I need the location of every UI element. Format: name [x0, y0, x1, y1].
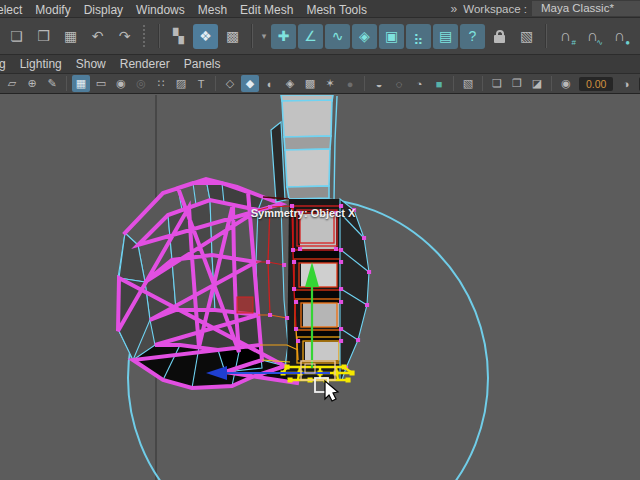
diamond-tool-button[interactable]: ◈	[352, 24, 377, 49]
undo-icon: ↶	[92, 28, 104, 44]
curve-tool-button[interactable]: ∿	[325, 24, 350, 49]
symmetry-overlay-label: Symmetry: Object X	[233, 207, 373, 219]
film-gate-icon: ▭	[96, 77, 106, 90]
lock-button[interactable]	[487, 24, 512, 49]
plus-tool-button[interactable]: ✚	[271, 24, 296, 49]
menu-display[interactable]: Display	[84, 3, 123, 17]
menu-mesh[interactable]: Mesh	[198, 3, 227, 17]
wireframe-on-shaded-button[interactable]: ◈	[281, 75, 299, 92]
wireframe-mode-button[interactable]: ◇	[221, 75, 239, 92]
panelmenu-renderer[interactable]: Renderer	[120, 57, 170, 71]
new-scene-icon: ❏	[10, 28, 23, 44]
xray-icon: ❏	[492, 77, 502, 90]
lock-icon	[496, 30, 504, 35]
xray-button[interactable]: ❏	[488, 75, 506, 92]
panelmenu-panels[interactable]: Panels	[184, 57, 221, 71]
panel-toggle-button[interactable]: ■	[430, 75, 448, 92]
redo-button[interactable]: ↷	[112, 24, 137, 49]
viewport-canvas[interactable]	[0, 95, 640, 480]
frame-tool-button[interactable]: ▣	[379, 24, 404, 49]
isolate-view-button[interactable]: ▧	[459, 75, 477, 92]
ambient-occlusion-button[interactable]: ◒	[370, 75, 388, 92]
panelmenu-lighting[interactable]: Lighting	[20, 57, 62, 71]
chevron-down-icon: ▾	[262, 31, 267, 41]
pan-zoom-icon: ⊕	[27, 77, 36, 90]
undo-button[interactable]: ↶	[85, 24, 110, 49]
snap-curve-button[interactable]: ∩∿	[580, 24, 605, 49]
save-scene-icon: ▦	[64, 28, 77, 44]
help-button[interactable]: ?	[460, 24, 485, 49]
separator	[66, 76, 67, 91]
grid-toggle-button[interactable]: ▦	[72, 75, 90, 92]
menu-modify[interactable]: Modify	[35, 3, 70, 17]
motion-blur-button[interactable]: ◌	[390, 75, 408, 92]
field-chart-button[interactable]: ∷	[152, 75, 170, 92]
mask-dropdown[interactable]: ▾	[259, 24, 269, 49]
panelmenu-show[interactable]: Show	[76, 57, 106, 71]
isolate-select-button[interactable]: ▧	[514, 24, 539, 49]
exposure-button[interactable]: ◉	[557, 75, 575, 92]
plane-select-icon: ◪	[532, 77, 542, 90]
workspace-dropdown[interactable]: Maya Classic*	[532, 1, 640, 16]
separator	[453, 76, 454, 91]
safe-title-button[interactable]: T	[192, 75, 210, 92]
gate-mask-icon: ◎	[136, 77, 146, 90]
image-plane-button[interactable]: ▨	[172, 75, 190, 92]
snap-center-button[interactable]: ∩°	[634, 24, 640, 49]
select-camera-button[interactable]: ▱	[3, 75, 21, 92]
chevron-right-icon[interactable]: »	[451, 2, 458, 16]
lights-button[interactable]: ✶	[321, 75, 339, 92]
contrast-button[interactable]: ◑	[617, 75, 635, 92]
separator	[482, 76, 483, 91]
clapper-tool-icon: ▤	[439, 28, 452, 44]
shadows-button[interactable]: ●	[341, 75, 359, 92]
menu-windows[interactable]: Windows	[136, 3, 185, 17]
light-bulb-icon: ✶	[325, 77, 334, 90]
thumb-column-mesh	[271, 95, 337, 202]
bookmark-button[interactable]: ✎	[43, 75, 61, 92]
snap-grid-button[interactable]: ∩#	[553, 24, 578, 49]
open-scene-button[interactable]: ❒	[31, 24, 56, 49]
default-material-button[interactable]: ▩	[301, 75, 319, 92]
curve-tool-icon: ∿	[332, 28, 344, 44]
menu-select[interactable]: elect	[0, 3, 22, 17]
depth-of-field-icon: ◔	[416, 78, 423, 90]
snap-point-button[interactable]: ∩●	[607, 24, 632, 49]
grid-icon: ▦	[76, 77, 86, 90]
select-component-button[interactable]: ▩	[220, 24, 245, 49]
clapper-tool-button[interactable]: ▤	[433, 24, 458, 49]
textured-mode-button[interactable]: ◐	[261, 75, 279, 92]
select-hierarchy-button[interactable]: ▚	[166, 24, 191, 49]
save-scene-button[interactable]: ▦	[58, 24, 83, 49]
snap-grid-icon: #	[572, 39, 576, 47]
textured-sphere-icon: ◐	[267, 78, 274, 90]
shaded-cube-icon: ◆	[246, 77, 254, 90]
panelmenu-shading-cut[interactable]: g	[0, 57, 6, 71]
menu-mesh-tools[interactable]: Mesh Tools	[306, 3, 366, 17]
plane-select-button[interactable]: ◪	[528, 75, 546, 92]
xray-joints-button[interactable]: ❐	[508, 75, 526, 92]
resolution-gate-button[interactable]: ◉	[112, 75, 130, 92]
separator	[215, 76, 216, 91]
status-line-toolbar: ❏❒▦↶↷▚❖▩▾✚∠∿◈▣⣦▤?▧∩#∩∿∩●∩°∩◇∩	[0, 18, 640, 55]
pan-zoom-button[interactable]: ⊕	[23, 75, 41, 92]
film-gate-button[interactable]: ▭	[92, 75, 110, 92]
plus-tool-icon: ✚	[278, 28, 290, 44]
angle-tool-button[interactable]: ∠	[298, 24, 323, 49]
depth-of-field-button[interactable]: ◔	[410, 75, 428, 92]
workspace-label: Workspace :	[463, 3, 527, 15]
open-scene-icon: ❒	[37, 28, 50, 44]
menu-edit-mesh[interactable]: Edit Mesh	[240, 3, 293, 17]
viewport[interactable]: Symmetry: Object X side -X	[0, 95, 640, 480]
select-object-button[interactable]: ❖	[193, 24, 218, 49]
snap-point-icon: ●	[625, 39, 630, 47]
gate-mask-button[interactable]: ◎	[132, 75, 150, 92]
new-scene-button[interactable]: ❏	[4, 24, 29, 49]
shadows-icon: ●	[347, 78, 354, 90]
redo-icon: ↷	[119, 28, 131, 44]
resolution-gate-icon: ◉	[116, 77, 126, 90]
cluster-tool-button[interactable]: ⣦	[406, 24, 431, 49]
shaded-mode-button[interactable]: ◆	[241, 75, 259, 92]
snap-curve-icon: ∿	[596, 39, 603, 47]
exposure-field[interactable]: 0.00	[579, 77, 613, 91]
